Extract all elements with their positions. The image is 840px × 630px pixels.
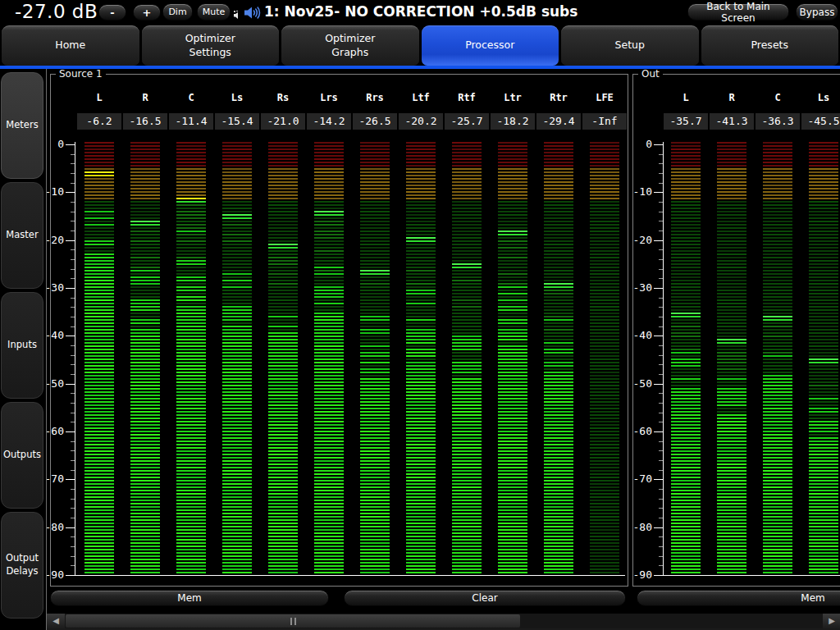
scroll-right-button[interactable]: ▶ <box>823 614 840 628</box>
mem-button-out[interactable]: Mem <box>637 590 840 606</box>
scale-label: -60 <box>619 425 652 437</box>
scale-minor-tick <box>659 393 663 394</box>
clear-button-source-1[interactable]: Clear <box>344 590 626 606</box>
channel-label-out-l: L <box>663 92 709 103</box>
scale-minor-tick <box>659 374 663 375</box>
scrollbar-thumb[interactable] <box>66 614 520 628</box>
back-to-main-screen-button[interactable]: Back to Main Screen <box>687 3 789 21</box>
scale-minor-tick <box>71 441 75 442</box>
tab-optimizer-graphs[interactable]: Optimizer Graphs <box>281 25 419 66</box>
level-meter-out-c <box>763 142 792 577</box>
dim-button[interactable]: Dim <box>162 3 193 21</box>
scale-minor-tick <box>71 317 75 317</box>
scale-major-tick <box>654 144 663 145</box>
sidebar-item-master[interactable]: Master <box>1 182 43 289</box>
channel-label-out-c: C <box>755 92 801 103</box>
scale-minor-tick <box>659 317 663 317</box>
level-meter-source-1-c <box>176 142 206 577</box>
level-meter-out-ls <box>809 142 838 577</box>
scale-major-tick <box>654 288 663 289</box>
volume-minus-button[interactable]: - <box>98 4 126 21</box>
meters-view: ◀ ▶ Source 10-10-20-30-40-50-60-70-80-90… <box>46 69 840 630</box>
volume-display: -27.0 dB <box>15 1 98 22</box>
sidebar-item-inputs[interactable]: Inputs <box>1 292 43 399</box>
scale-major-tick <box>66 384 75 385</box>
scale-minor-tick <box>71 422 75 422</box>
scale-minor-tick <box>71 259 75 260</box>
bypass-button[interactable]: Bypass <box>796 3 838 21</box>
scrollbar-grip-icon <box>290 618 292 625</box>
scale-major-tick <box>66 527 75 528</box>
scale-minor-tick <box>659 298 663 299</box>
panel-title-source-1: Source 1 <box>56 69 106 80</box>
scale-label: -30 <box>46 281 64 294</box>
scale-minor-tick <box>71 403 75 404</box>
scale-minor-tick <box>659 450 663 451</box>
panel-source-1: Source 10-10-20-30-40-50-60-70-80-90L-6.… <box>50 74 628 587</box>
level-meter-source-1-ls <box>222 142 252 577</box>
scale-minor-tick <box>71 278 75 279</box>
scale-minor-tick <box>71 183 75 184</box>
scale-minor-tick <box>659 212 663 212</box>
level-meter-out-l <box>671 142 701 577</box>
scale-label: -10 <box>619 185 652 198</box>
channel-level-source-1-rtf: -25.7 <box>445 113 489 130</box>
scale-major-tick <box>66 240 75 241</box>
scale-minor-tick <box>659 202 663 203</box>
scale-minor-tick <box>71 460 75 461</box>
scale-minor-tick <box>659 249 663 250</box>
speaker-icon <box>243 5 262 24</box>
level-meter-source-1-lrs <box>314 142 344 577</box>
scale-minor-tick <box>659 518 663 518</box>
sidebar-item-outputs[interactable]: Outputs <box>1 402 43 509</box>
volume-plus-button[interactable]: + <box>133 4 161 21</box>
scale-minor-tick <box>71 470 75 471</box>
scale-minor-tick <box>659 470 663 471</box>
top-bar: -27.0 dB - + Dim Mute 1: Nov25- NO CORRE… <box>0 0 840 25</box>
scale-minor-tick <box>659 326 663 327</box>
scale-minor-tick <box>659 355 663 356</box>
scale-minor-tick <box>659 307 663 308</box>
scroll-left-button[interactable]: ◀ <box>47 614 65 628</box>
scale-label: -70 <box>46 472 64 485</box>
channel-level-source-1-lfe: -Inf <box>582 113 627 130</box>
tab-optimizer-settings[interactable]: Optimizer Settings <box>142 25 280 66</box>
scale-major-tick <box>654 192 663 193</box>
scale-label: -50 <box>619 377 652 390</box>
scale-major-tick <box>654 384 663 385</box>
channel-level-source-1-ls: -15.4 <box>215 113 259 130</box>
scale-minor-tick <box>71 249 75 250</box>
scale-label: -80 <box>46 521 64 533</box>
scale-minor-tick <box>71 345 75 346</box>
level-meter-source-1-rtf <box>452 142 482 577</box>
scale-minor-tick <box>659 345 663 346</box>
scale-minor-tick <box>659 221 663 221</box>
level-meter-source-1-r <box>130 142 160 577</box>
channel-label-source-1-lrs: Lrs <box>306 92 352 103</box>
tab-presets[interactable]: Presets <box>701 25 839 66</box>
scale-minor-tick <box>71 298 75 299</box>
scale-minor-tick <box>659 536 663 537</box>
tab-home[interactable]: Home <box>2 25 139 66</box>
scale-major-tick <box>654 240 663 241</box>
tab-processor[interactable]: Processor <box>422 25 559 66</box>
scale-minor-tick <box>71 450 75 451</box>
sidebar-item-output-delays[interactable]: Output Delays <box>1 512 43 619</box>
scale-minor-tick <box>659 403 663 404</box>
channel-level-out-ls: -45.5 <box>801 113 840 130</box>
horizontal-scrollbar[interactable]: ◀ ▶ <box>47 614 840 628</box>
tab-setup[interactable]: Setup <box>561 25 699 66</box>
scale-major-tick <box>66 192 75 193</box>
scale-minor-tick <box>659 278 663 279</box>
scale-minor-tick <box>659 422 663 422</box>
scale-minor-tick <box>659 259 663 260</box>
sidebar-item-meters[interactable]: Meters <box>1 72 43 179</box>
scale-major-tick <box>66 336 75 336</box>
mem-button-source-1[interactable]: Mem <box>50 590 329 606</box>
channel-level-out-c: -36.3 <box>756 113 800 130</box>
mute-button[interactable]: Mute <box>197 3 231 21</box>
channel-label-source-1-r: R <box>122 92 168 103</box>
dim-speaker-icon <box>233 7 242 23</box>
scale-minor-tick <box>71 221 75 221</box>
scale-minor-tick <box>659 163 663 164</box>
